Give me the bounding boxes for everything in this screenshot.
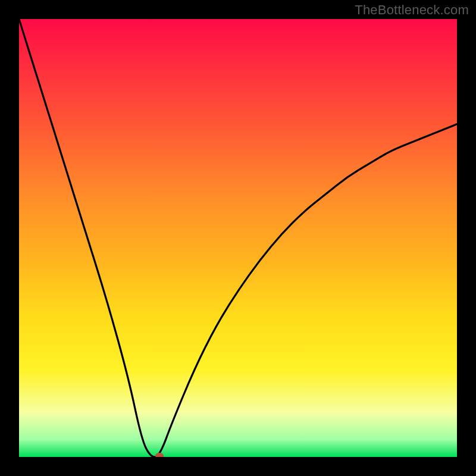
bottleneck-curve	[19, 19, 457, 457]
plot-area	[19, 19, 457, 457]
watermark-text: TheBottleneck.com	[355, 2, 469, 18]
optimum-marker	[155, 453, 164, 457]
chart-frame: TheBottleneck.com	[0, 0, 476, 476]
